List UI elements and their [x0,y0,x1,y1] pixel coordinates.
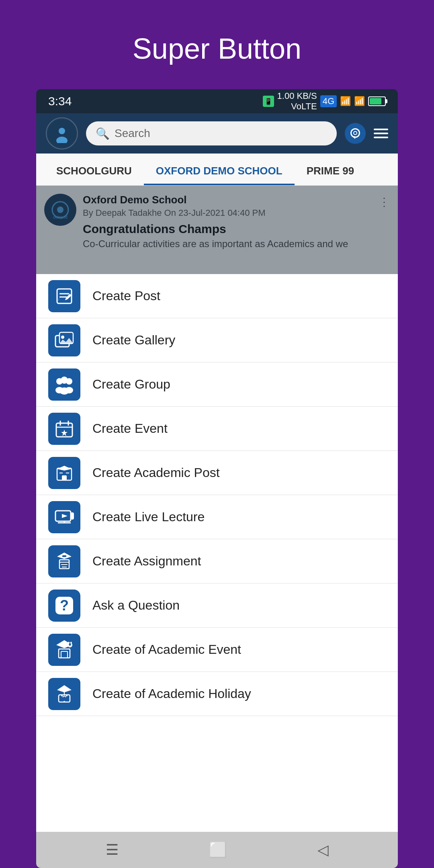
create-post-icon [48,280,80,312]
svg-point-6 [354,132,356,134]
svg-point-53 [66,695,68,696]
create-academic-holiday-label: Create of Academic Holiday [92,686,251,701]
signal-bars-icon: 📶 [340,96,351,106]
page-title: Super Button [133,32,301,65]
tab-schoolguru[interactable]: SCHOOLGURU [44,158,144,185]
post-body: Co-Curricular activities are as importan… [83,238,390,250]
post-content: Oxford Demo School By Deepak Tadakhe On … [83,194,390,250]
svg-rect-44 [59,649,70,658]
menu-item-create-assignment[interactable]: Create Assignment [36,539,398,583]
svg-point-19 [61,377,68,384]
signal-type: 4G [320,95,337,107]
svg-marker-33 [62,514,68,518]
status-bar: 3:34 📱 1.00 KB/S VoLTE 4G 📶 📶 [36,89,398,113]
create-group-label: Create Group [92,377,170,392]
nav-back-button[interactable]: ◁ [309,837,337,862]
svg-point-9 [57,207,63,213]
create-post-label: Create Post [92,289,160,303]
school-avatar: octopod [44,194,76,226]
menu-item-ask-question[interactable]: ? Ask a Question [36,583,398,628]
menu-item-create-academic-post[interactable]: Create Academic Post [36,451,398,495]
svg-point-50 [69,646,71,647]
svg-point-55 [60,689,62,691]
create-live-lecture-label: Create Live Lecture [92,510,205,524]
create-gallery-label: Create Gallery [92,333,175,348]
search-placeholder: Search [115,127,150,140]
tab-prime99[interactable]: PRIME 99 [295,158,366,185]
menu-item-create-academic-holiday[interactable]: Create of Academic Holiday [36,672,398,716]
menu-item-create-event[interactable]: Create Event [36,407,398,451]
svg-point-52 [61,695,63,696]
post-meta: By Deepak Tadakhe On 23-Jul-2021 04:40 P… [83,208,266,218]
tabs-bar: SCHOOLGURU OXFORD DEMO SCHOOL PRIME 99 [36,154,398,186]
signal-bars-icon2: 📶 [354,96,365,106]
menu-item-create-academic-event[interactable]: Create of Academic Event [36,628,398,672]
svg-point-56 [67,689,68,691]
search-icon: 🔍 [96,127,110,140]
phone-frame: 3:34 📱 1.00 KB/S VoLTE 4G 📶 📶 [36,89,398,868]
avatar-inner [47,119,76,148]
post-more-icon[interactable]: ⋮ [379,195,390,209]
ask-question-icon: ? [48,590,80,622]
create-academic-holiday-icon [48,678,80,710]
create-event-icon [48,413,80,445]
create-academic-event-icon [48,634,80,666]
create-live-lecture-icon [48,501,80,533]
svg-rect-41 [62,555,67,557]
create-academic-post-icon [48,457,80,489]
bottom-nav: ☰ ⬜ ◁ [36,832,398,868]
header-actions [345,123,388,144]
menu-list: Create Post Create Gallery [36,274,398,832]
create-assignment-icon [48,545,80,577]
create-event-label: Create Event [92,421,168,436]
status-icons: 📱 1.00 KB/S VoLTE 4G 📶 📶 [263,91,386,112]
menu-item-create-gallery[interactable]: Create Gallery [36,318,398,362]
svg-point-16 [61,336,64,339]
nav-menu-button[interactable]: ☰ [98,837,127,862]
chat-icon[interactable] [345,123,366,144]
menu-item-create-group[interactable]: Create Group [36,362,398,407]
create-academic-event-label: Create of Academic Event [92,642,241,657]
svg-marker-27 [61,430,68,436]
menu-item-create-live-lecture[interactable]: Create Live Lecture [36,495,398,539]
svg-rect-36 [71,512,74,520]
network-info: 1.00 KB/S VoLTE [277,91,317,112]
app-icon: 📱 [263,96,274,107]
svg-point-1 [59,128,65,134]
nav-home-button[interactable]: ⬜ [201,837,235,862]
create-assignment-label: Create Assignment [92,554,201,569]
svg-rect-29 [62,475,67,480]
create-group-icon [48,368,80,401]
svg-text:octopod: octopod [53,215,68,219]
search-bar[interactable]: 🔍 Search [86,121,337,145]
svg-text:?: ? [60,597,69,614]
post-preview: octopod Oxford Demo School By Deepak Tad… [36,186,398,274]
svg-point-48 [68,642,70,643]
svg-point-49 [70,642,72,643]
menu-item-create-post[interactable]: Create Post [36,274,398,318]
post-title: Congratulations Champs [83,222,390,236]
tab-oxford[interactable]: OXFORD DEMO SCHOOL [144,158,295,185]
battery-icon [368,96,386,106]
school-name: Oxford Demo School [83,194,266,206]
svg-point-22 [59,387,69,395]
hamburger-menu-icon[interactable] [374,129,388,138]
svg-rect-45 [61,651,68,658]
avatar [46,117,78,149]
ask-question-label: Ask a Question [92,598,180,613]
status-time: 3:34 [48,94,72,108]
create-academic-post-label: Create Academic Post [92,465,220,480]
app-header: 🔍 Search [36,113,398,154]
create-gallery-icon [48,324,80,356]
